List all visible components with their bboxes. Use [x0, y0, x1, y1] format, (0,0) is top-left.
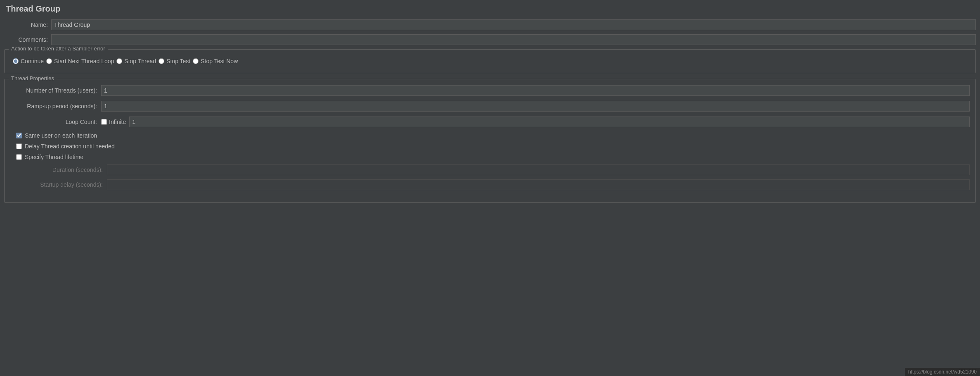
comments-input[interactable] — [51, 34, 976, 45]
infinite-checkbox[interactable] — [101, 119, 107, 125]
infinite-check-area: Infinite — [101, 119, 126, 125]
startup-delay-row: Startup delay (seconds): — [10, 179, 970, 190]
radio-stop-test-label[interactable]: Stop Test — [166, 58, 190, 64]
radio-continue-label[interactable]: Continue — [21, 58, 44, 64]
num-threads-row: Number of Threads (users): — [10, 85, 970, 96]
action-radio-group: Continue Start Next Thread Loop Stop Thr… — [10, 54, 970, 66]
delay-thread-checkbox[interactable] — [16, 143, 22, 149]
loop-count-row: Loop Count: Infinite — [10, 117, 970, 127]
thread-props-legend: Thread Properties — [9, 75, 57, 81]
radio-continue-input[interactable] — [13, 58, 19, 64]
radio-stop-test[interactable]: Stop Test — [159, 58, 190, 64]
name-label: Name: — [6, 21, 51, 28]
radio-stop-test-now-input[interactable] — [193, 58, 199, 64]
radio-stop-thread-input[interactable] — [116, 58, 122, 64]
url-bar: https://blog.csdn.net/wd521090 — [905, 368, 980, 376]
action-error-legend: Action to be taken after a Sampler error — [9, 45, 108, 52]
duration-input — [107, 164, 970, 175]
same-user-row: Same user on each iteration — [10, 132, 970, 139]
loop-count-label: Loop Count: — [10, 119, 101, 125]
specify-lifetime-label[interactable]: Specify Thread lifetime — [25, 154, 83, 160]
duration-label: Duration (seconds): — [16, 167, 107, 173]
loop-count-input[interactable] — [129, 117, 970, 127]
radio-continue[interactable]: Continue — [13, 58, 44, 64]
delay-thread-row: Delay Thread creation until needed — [10, 143, 970, 150]
specify-lifetime-row: Specify Thread lifetime — [10, 154, 970, 160]
ramp-up-row: Ramp-up period (seconds): — [10, 101, 970, 112]
comments-label: Comments: — [6, 36, 51, 43]
same-user-label[interactable]: Same user on each iteration — [25, 132, 97, 139]
action-error-group: Action to be taken after a Sampler error… — [4, 49, 976, 73]
radio-stop-thread[interactable]: Stop Thread — [116, 58, 156, 64]
name-row: Name: — [4, 19, 976, 30]
num-threads-input[interactable] — [101, 85, 970, 96]
startup-delay-label: Startup delay (seconds): — [16, 181, 107, 188]
page-title: Thread Group — [4, 4, 976, 14]
num-threads-label: Number of Threads (users): — [10, 87, 101, 94]
infinite-label[interactable]: Infinite — [109, 119, 126, 125]
comments-row: Comments: — [4, 34, 976, 45]
radio-stop-test-now[interactable]: Stop Test Now — [193, 58, 238, 64]
thread-properties-group: Thread Properties Number of Threads (use… — [4, 79, 976, 203]
radio-stop-test-input[interactable] — [159, 58, 164, 64]
radio-start-next-input[interactable] — [46, 58, 52, 64]
radio-stop-thread-label[interactable]: Stop Thread — [124, 58, 156, 64]
radio-start-next[interactable]: Start Next Thread Loop — [46, 58, 114, 64]
radio-stop-test-now-label[interactable]: Stop Test Now — [201, 58, 238, 64]
delay-thread-label[interactable]: Delay Thread creation until needed — [25, 143, 115, 150]
radio-start-next-label[interactable]: Start Next Thread Loop — [54, 58, 114, 64]
startup-delay-input — [107, 179, 970, 190]
same-user-checkbox[interactable] — [16, 133, 22, 138]
ramp-up-label: Ramp-up period (seconds): — [10, 103, 101, 109]
duration-row: Duration (seconds): — [10, 164, 970, 175]
specify-lifetime-checkbox[interactable] — [16, 154, 22, 160]
name-input[interactable] — [51, 19, 976, 30]
ramp-up-input[interactable] — [101, 101, 970, 112]
